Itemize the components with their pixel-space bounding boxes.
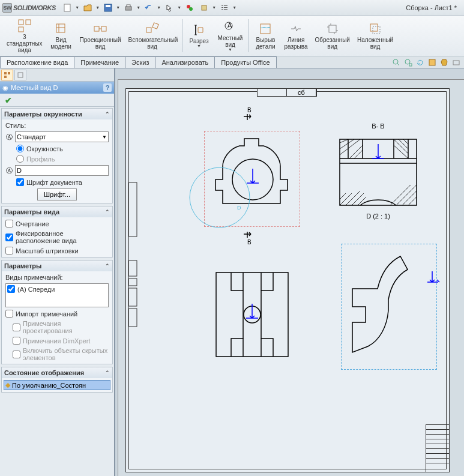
front-checkbox[interactable] (7, 285, 15, 293)
svg-rect-20 (146, 28, 151, 32)
alternate-view-icon (368, 22, 382, 36)
drawing-view-1[interactable]: D (204, 131, 300, 227)
feature-tree-tab[interactable] (1, 70, 13, 80)
chevron-down-icon[interactable]: ▼ (197, 44, 201, 49)
section-header[interactable]: Параметры⌃ (2, 261, 112, 271)
profile-radio[interactable] (16, 155, 24, 163)
save-dropdown[interactable]: ▼ (116, 5, 121, 10)
ribbon-detail-view[interactable]: AМестный вид▼ (215, 17, 246, 55)
dimxpert-checkbox[interactable] (13, 337, 20, 345)
ribbon-3std-views[interactable]: 3 стандартных вида (4, 17, 46, 55)
svg-rect-32 (453, 61, 459, 65)
svg-rect-9 (221, 7, 223, 8)
section-icon (192, 23, 206, 37)
help-button[interactable]: ? (103, 83, 112, 92)
open-button[interactable] (81, 2, 94, 14)
select-dropdown[interactable]: ▼ (177, 5, 182, 10)
section-title: B- B (336, 122, 420, 130)
svg-rect-24 (261, 24, 270, 34)
ribbon-crop-view[interactable]: Обрезанный вид (312, 17, 353, 55)
section-title: Параметры (4, 262, 41, 270)
ribbon-break-line[interactable]: Линия разрыва (281, 17, 310, 55)
hatch-scale-label: Масштаб штриховки (16, 247, 79, 255)
property-manager: ◉ Местный вид D ? ✔ Параметры окружности… (0, 68, 115, 476)
chevron-down-icon[interactable]: ▼ (228, 47, 232, 52)
break-line-icon (289, 22, 303, 36)
ribbon-alternate-view[interactable]: Наложенный вид (354, 17, 396, 55)
ok-button[interactable]: ✔ (2, 95, 14, 106)
select-button[interactable] (163, 2, 176, 14)
import-annot-checkbox[interactable] (5, 310, 13, 318)
ribbon-projected-view[interactable]: Проекционный вид (77, 17, 124, 55)
tab-office[interactable]: Продукты Office (214, 56, 276, 68)
options-button[interactable] (197, 2, 211, 14)
hidden-checkbox[interactable] (13, 351, 20, 358)
annot-types-list[interactable]: (A) Спереди (5, 283, 109, 307)
property-tab[interactable] (14, 70, 26, 80)
save-button[interactable] (101, 2, 115, 14)
new-button[interactable] (61, 2, 74, 14)
ribbon-section-view[interactable]: Разрез▼ (185, 17, 214, 55)
outline-checkbox[interactable] (5, 220, 13, 227)
tab-view-layout[interactable]: Расположение вида (0, 56, 74, 68)
svg-rect-46 (128, 309, 137, 327)
font-button[interactable]: Шрифт... (37, 188, 77, 200)
drawing-view-detail-d[interactable] (341, 244, 437, 370)
section-header[interactable]: Параметры окружности⌃ (2, 109, 112, 119)
rebuild-button[interactable] (183, 2, 196, 14)
tab-evaluate[interactable]: Анализировать (155, 56, 215, 68)
ribbon-label: Вырыв детали (256, 37, 276, 50)
ribbon-auxiliary-view[interactable]: Вспомогательный вид (125, 17, 179, 55)
display-state-item[interactable]: ◆ По умолчанию_Состоян (4, 380, 110, 390)
section-icon[interactable] (427, 58, 438, 67)
annot-types-label: Виды примечаний: (5, 274, 109, 281)
design-annot-checkbox[interactable] (13, 324, 20, 331)
print-dropdown[interactable]: ▼ (136, 5, 141, 10)
ribbon: 3 стандартных вида Вид модели Проекционн… (0, 16, 464, 56)
undo-dropdown[interactable]: ▼ (157, 5, 161, 10)
section-header[interactable]: Параметры вида⌃ (2, 206, 112, 217)
options-dropdown[interactable]: ▼ (212, 5, 217, 10)
new-dropdown[interactable]: ▼ (75, 5, 80, 10)
circle-radio[interactable] (16, 145, 24, 152)
chevron-up-icon[interactable]: ⌃ (105, 209, 110, 215)
ribbon-broken-out[interactable]: Вырыв детали (251, 17, 280, 55)
print-button[interactable] (122, 2, 135, 14)
doc-font-checkbox[interactable] (16, 178, 24, 186)
fixed-pos-checkbox[interactable] (5, 233, 13, 241)
style-combo[interactable]: Стандарт▼ (15, 131, 109, 142)
detail-name-input[interactable] (15, 165, 109, 176)
ribbon-model-view[interactable]: Вид модели (47, 17, 76, 55)
drawing-view-section[interactable]: B- B D (2 : 1) (336, 122, 420, 220)
open-dropdown[interactable]: ▼ (95, 5, 100, 10)
rotate-icon[interactable] (415, 58, 426, 67)
graphics-area[interactable]: сб B D B (118, 79, 464, 476)
svg-rect-44 (128, 279, 137, 286)
display-style-icon[interactable] (439, 58, 450, 67)
svg-rect-12 (224, 7, 227, 8)
svg-text:A: A (227, 22, 232, 29)
properties-dropdown[interactable]: ▼ (232, 5, 237, 10)
hatch-scale-checkbox[interactable] (5, 247, 13, 255)
undo-button[interactable] (142, 2, 155, 14)
chevron-up-icon[interactable]: ⌃ (105, 111, 110, 117)
tab-sketch[interactable]: Эскиз (125, 56, 155, 68)
svg-rect-26 (370, 24, 378, 31)
section-header[interactable]: Состояние отображения⌃ (2, 367, 112, 378)
title-bar: SW SOLIDWORKS ▼ ▼ ▼ ▼ ▼ ▼ ▼ ▼ Сборка - Л… (0, 0, 464, 16)
drawing-view-3[interactable] (210, 267, 294, 364)
logo-icon: SW (2, 3, 12, 13)
zoom-fit-icon[interactable] (391, 58, 402, 67)
chevron-up-icon[interactable]: ⌃ (105, 263, 110, 269)
zoom-area-icon[interactable] (403, 58, 414, 67)
chevron-up-icon[interactable]: ⌃ (105, 370, 110, 376)
sheet-top-block: сб (257, 88, 317, 97)
svg-point-28 (393, 59, 398, 64)
drawing-canvas[interactable]: сб B D B (115, 68, 464, 476)
outline-label: Очертание (16, 220, 49, 227)
properties-button[interactable] (218, 2, 231, 14)
view-toolbar (391, 56, 464, 68)
ribbon-label: Линия разрыва (284, 37, 307, 50)
tab-annotation[interactable]: Примечание (74, 56, 125, 68)
hide-show-icon[interactable] (451, 58, 462, 67)
